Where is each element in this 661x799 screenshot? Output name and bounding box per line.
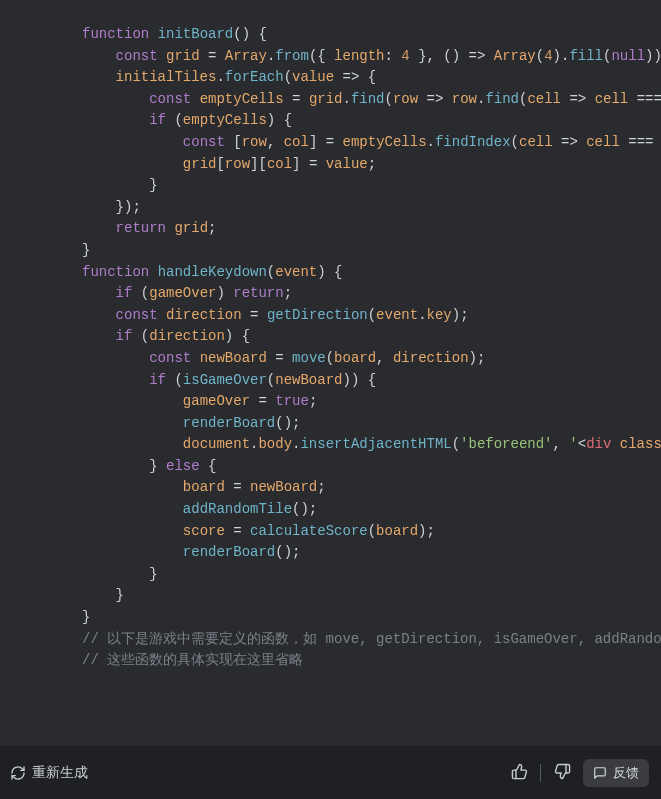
code-block[interactable]: function initBoard() { const grid = Arra… [0, 24, 661, 672]
code-line: const direction = getDirection(event.key… [0, 305, 661, 327]
thumbs-up-icon [511, 763, 528, 784]
code-line: const newBoard = move(board, direction); [0, 348, 661, 370]
code-line: addRandomTile(); [0, 499, 661, 521]
code-line: if (isGameOver(newBoard)) { [0, 370, 661, 392]
feedback-button[interactable]: 反馈 [583, 759, 649, 787]
thumbs-down-icon [554, 763, 571, 784]
code-line: board = newBoard; [0, 477, 661, 499]
separator [540, 764, 541, 782]
footer-bar: 重新生成 反馈 [0, 746, 661, 799]
code-line: grid[row][col] = value; [0, 154, 661, 176]
regenerate-button[interactable]: 重新生成 [10, 764, 88, 782]
code-line: document.body.insertAdjacentHTML('before… [0, 434, 661, 456]
code-line: } [0, 607, 661, 629]
code-line: } [0, 175, 661, 197]
feedback-icon [593, 766, 607, 780]
code-line: gameOver = true; [0, 391, 661, 413]
code-line: // 以下是游戏中需要定义的函数，如 move, getDirection, i… [0, 629, 661, 651]
thumbs-up-button[interactable] [506, 760, 532, 786]
code-line: score = calculateScore(board); [0, 521, 661, 543]
regenerate-label: 重新生成 [32, 764, 88, 782]
code-line: } [0, 240, 661, 262]
code-line: const [row, col] = emptyCells.findIndex(… [0, 132, 661, 154]
feedback-label: 反馈 [613, 764, 639, 782]
code-line: } [0, 585, 661, 607]
code-line: if (direction) { [0, 326, 661, 348]
code-line: if (emptyCells) { [0, 110, 661, 132]
code-line: const emptyCells = grid.find(row => row.… [0, 89, 661, 111]
regenerate-icon [10, 765, 26, 781]
code-line: } else { [0, 456, 661, 478]
code-line: function handleKeydown(event) { [0, 262, 661, 284]
code-line: // 这些函数的具体实现在这里省略 [0, 650, 661, 672]
thumbs-down-button[interactable] [549, 760, 575, 786]
code-line: renderBoard(); [0, 542, 661, 564]
code-line: if (gameOver) return; [0, 283, 661, 305]
code-line: function initBoard() { [0, 24, 661, 46]
code-line: const grid = Array.from({ length: 4 }, (… [0, 46, 661, 68]
code-line: }); [0, 197, 661, 219]
code-container: function initBoard() { const grid = Arra… [0, 0, 661, 746]
code-line: } [0, 564, 661, 586]
code-line: renderBoard(); [0, 413, 661, 435]
code-line: initialTiles.forEach(value => { [0, 67, 661, 89]
code-line: return grid; [0, 218, 661, 240]
